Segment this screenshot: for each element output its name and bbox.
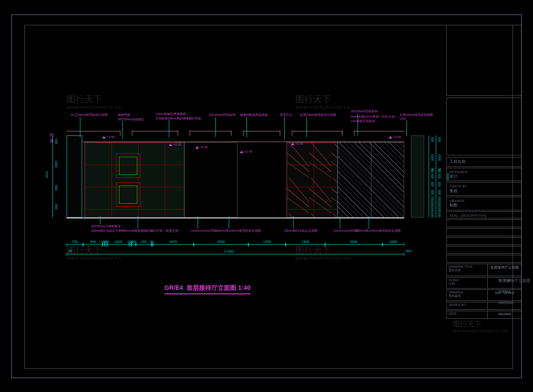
- dim-segment: 1200: [52, 150, 57, 179]
- anno: 20X20mm方钢管架金20mm厚白水晶石节饰面: [91, 224, 124, 233]
- floor-line: [67, 218, 404, 218]
- dim-segment: 300: [436, 188, 440, 196]
- anno: 20X20mm凹线条饰: [209, 113, 235, 117]
- watermark: 图行天下WWW.PHOTOPHOTO.CN: [67, 244, 122, 261]
- field-date: DATE: 08/2004: [446, 311, 522, 319]
- dim-segment: 300: [429, 135, 433, 143]
- elev-mark: +3.10: [169, 143, 181, 146]
- dim-segment: 800: [52, 179, 57, 198]
- field-drawing-title: DRAWING TITLE图纸名称 首层接待厅立面图: [446, 264, 522, 276]
- ceiling-profile: [67, 131, 404, 142]
- dim-segment: 1870: [153, 244, 194, 249]
- anno: 墙身黑镜20X20mm内嵌射灯: [118, 113, 144, 122]
- anno: 首层入口: [280, 113, 292, 117]
- empty-row: [446, 219, 522, 227]
- dim-segment: 200: [131, 244, 136, 249]
- drawing-title: GR/E4首层接待厅立面图 1:40: [164, 284, 251, 294]
- info-box-1: [446, 98, 522, 155]
- elev-mark: +2.70: [240, 150, 252, 153]
- panel-5-hatch: [338, 142, 404, 218]
- anno: 墙身挂电器黑色线板: [240, 113, 268, 117]
- dim-segment: 300: [436, 173, 440, 181]
- elev-mark: +3.40: [102, 135, 115, 139]
- side-captions: 首层接待厅立面图 GR/E4 08/2004: [498, 275, 530, 309]
- field-project: 工程名称: [446, 157, 522, 167]
- field-drawer: DRAWER 制图: [446, 197, 522, 210]
- anno: 柱面20mm厚黑砂岩饰面LED: [400, 113, 433, 120]
- watermark: 图行天下WWW.PHOTOPHOTO.CN: [453, 320, 508, 333]
- field-designer: DESIGNER 设计: [446, 168, 522, 182]
- dim-segment: 200: [436, 207, 440, 212]
- recess-2: [116, 182, 140, 207]
- dim-segment: 200: [436, 212, 440, 218]
- elevation-view: +3.40 +3.10 +2.95 +2.70 +2.95 +3.40 柱立20…: [49, 115, 418, 244]
- dim-segment: 200: [429, 202, 433, 207]
- dim-segment: 200: [429, 196, 433, 202]
- dim-segment: 200: [429, 212, 433, 218]
- anno: 100mm高x20mm厚黑砂岩石地脚: [215, 229, 261, 233]
- title-block: 工程名称 DESIGNER 设计 CHECK BY 复核 DRAWER 制图 S…: [446, 25, 522, 368]
- field-check: CHECK BY 复核: [446, 182, 522, 196]
- anno: 6mm光镜12mm黑镜（向外开放）12mm厚天花板饰: [351, 115, 398, 123]
- dim-segment: 800: [52, 198, 57, 218]
- dim-chain-right: 3003001000100050505050300300300300300300…: [429, 135, 442, 218]
- elev-mark: +3.40: [389, 135, 401, 139]
- drawing-canvas: +3.40 +3.10 +2.95 +2.70 +2.95 +3.40 柱立20…: [31, 31, 449, 362]
- dim-segment: 200: [429, 207, 433, 212]
- empty-row: [446, 237, 522, 245]
- recess-1: [116, 154, 140, 178]
- empty-row: [446, 255, 522, 263]
- field-seal: SEAL: (DESCRIPTION): [446, 211, 522, 218]
- logo-box: [446, 25, 522, 96]
- dim-segment: 1000: [429, 143, 433, 170]
- panel-4-marble: [286, 142, 338, 218]
- dim-segment: 2500: [194, 244, 248, 249]
- dim-total-left: 3100: [45, 171, 48, 178]
- dim-segment: 200: [436, 196, 440, 202]
- dim-segment: 1700: [248, 244, 286, 249]
- anno: 8mm厚磨砂玻璃内藏灯灯管（普通光管）: [124, 229, 181, 233]
- empty-row: [446, 228, 522, 236]
- anno: 12mmx12mm凹线: [333, 229, 358, 233]
- anno: 20mm厚白水晶云石饰面: [284, 229, 318, 233]
- watermark: 图行天下WWW.PHOTOPHOTO.CN: [295, 244, 350, 261]
- dim-segment: 300: [429, 173, 433, 181]
- panel-2-dark: [184, 142, 238, 218]
- dim-segment: 300: [436, 135, 440, 143]
- watermark: 图行天下WWW.PHOTOPHOTO.CN: [295, 93, 350, 110]
- empty-row: [446, 246, 522, 254]
- anno: 100mm高x20mm厚黑砂岩石地脚: [355, 229, 401, 233]
- column-left: [67, 135, 82, 218]
- dim-segment: 300: [429, 180, 433, 188]
- dim-segment: 300: [429, 188, 433, 196]
- anno: 12mm厚钢化烤漆玻璃天花板嵌60mm黑砂钢暗藏灯照射: [155, 112, 201, 121]
- dim-chain-left: 6001200800800: [52, 135, 57, 218]
- elev-mark: +2.95: [291, 142, 303, 145]
- dim-segment: 200: [436, 202, 440, 207]
- dim-segment: 720: [136, 244, 152, 249]
- dim-segment: 1000: [382, 244, 404, 249]
- panel-3-open: [238, 142, 286, 218]
- anno: 20X20mm凹线条饰: [351, 109, 378, 114]
- elev-mark: +2.95: [195, 146, 208, 149]
- panel-1: [84, 142, 184, 218]
- dim-label: 500: [406, 249, 411, 253]
- dim-segment: 300: [436, 180, 440, 188]
- axis-label: 剖面: [50, 132, 54, 144]
- anno: 12mmX12mm凹线: [191, 229, 217, 233]
- anno: 柱面20mm厚黑砂岩台饰面: [300, 113, 336, 117]
- watermark: 图行天下WWW.PHOTOPHOTO.CN: [67, 93, 122, 110]
- dim-segment: 1000: [436, 143, 440, 170]
- anno: 柱立20mm厚黑砂岩台饰面: [71, 113, 107, 117]
- column-right: [411, 135, 424, 218]
